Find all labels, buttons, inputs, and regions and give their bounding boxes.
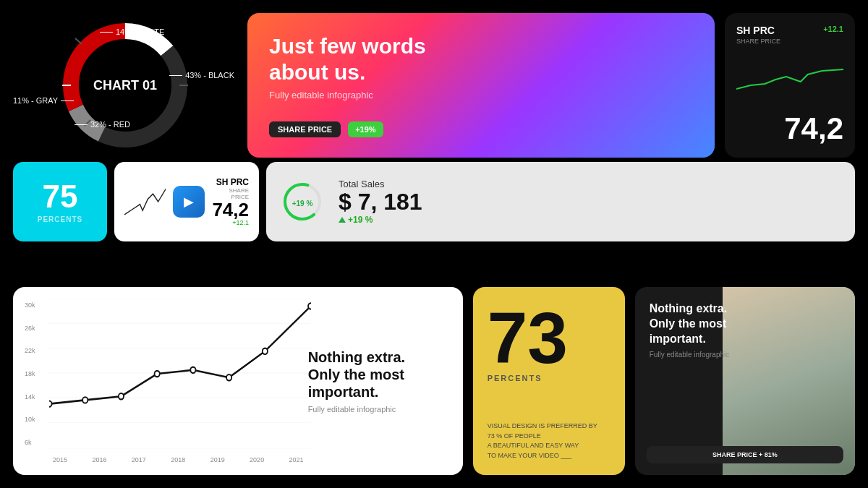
label-gray: 11% - GRAY (13, 96, 74, 105)
svg-point-22 (190, 367, 195, 373)
hero-card: Just few wordsabout us. Fully editable i… (247, 13, 715, 158)
hero-badge-change: +19% (348, 121, 383, 137)
ts-value: $ 7, 181 +19 % (339, 189, 422, 224)
svg-point-19 (82, 397, 88, 403)
hero-subtitle: Fully editable infographic (269, 90, 693, 100)
sp-title-group: SH PRC SHARE PRICE (736, 25, 780, 45)
ts-info: Total Sales $ 7, 181 +19 % (339, 179, 422, 224)
total-sales-card: +19 % Total Sales $ 7, 181 +19 % (266, 162, 855, 241)
donut-labels: 14% - WHITE 43% - BLACK 11% - GRAY 32% -… (13, 13, 237, 158)
sh-prc-value: 74,2 (212, 200, 249, 219)
svg-point-25 (308, 303, 311, 309)
percent-label: PERCENTS (38, 215, 82, 223)
label-black: 43% - BLACK (169, 71, 234, 80)
sh-prc-line (124, 176, 166, 227)
donut-chart-card: CHART 01 14% - WHITE (13, 13, 237, 158)
sp-change: +12.1 (823, 25, 843, 33)
svg-point-21 (155, 371, 160, 377)
percent-number: 75 (43, 181, 78, 213)
svg-point-18 (49, 401, 52, 406)
ts-change: +19 % (339, 215, 422, 225)
dashboard: CHART 01 14% - WHITE (0, 0, 868, 488)
fcp-logo: ▶ (173, 186, 205, 218)
sp-value: 74,2 (736, 111, 843, 146)
svg-point-23 (226, 374, 231, 380)
sp-line-chart (736, 64, 843, 93)
top-row: CHART 01 14% - WHITE (13, 13, 855, 158)
main-line-chart (49, 299, 311, 449)
percent-big-card: 73 PERCENTS VISUAL DESIGN IS PREFERRED B… (473, 287, 625, 475)
lc-text-sub: Fully editable infographic (308, 405, 446, 414)
sp-label: SHARE PRICE (736, 38, 780, 45)
hero-badge-shareprice: SHARE PRICE (269, 121, 341, 137)
hero-title: Just few wordsabout us. (269, 33, 693, 85)
lc-text-box: Nothing extra.Only the mostimportant. Fu… (308, 348, 446, 414)
share-price-card: SH PRC SHARE PRICE +12.1 74,2 (725, 13, 855, 158)
dark-info-card: Nothing extra.Only the mostimportant. Fu… (635, 287, 855, 475)
label-red: 32% - RED (75, 120, 130, 129)
percent-card: 75 PERCENTS (13, 162, 107, 241)
lc-y-labels: 30k 26k 22k 18k 14k 10k 6k (25, 301, 35, 446)
bottom-row: 30k 26k 22k 18k 14k 10k 6k (13, 287, 855, 475)
hero-text: Just few wordsabout us. Fully editable i… (269, 33, 693, 100)
middle-row: 75 PERCENTS ▶ SH PRC SHARE PRICE 74,2 +1… (13, 162, 855, 241)
svg-point-24 (263, 348, 268, 354)
sh-prc-info: SH PRC SHARE PRICE 74,2 +12.1 (212, 177, 249, 226)
pb-top: 73 PERCENTS (488, 301, 610, 382)
sh-prc-ticker-label: SH PRC (212, 177, 249, 187)
sp-header: SH PRC SHARE PRICE +12.1 (736, 25, 843, 45)
sp-ticker: SH PRC (736, 25, 780, 36)
pb-desc: VISUAL DESIGN IS PREFERRED BY73 % OF PEO… (488, 421, 610, 461)
sh-prc-white-card: ▶ SH PRC SHARE PRICE 74,2 +12.1 (114, 162, 259, 241)
ring-icon: +19 % (281, 180, 324, 223)
hero-footer: SHARE PRICE +19% (269, 121, 693, 137)
pb-number: 73 (488, 301, 610, 374)
di-title: Nothing extra.Only the mostimportant. (650, 301, 754, 346)
svg-point-20 (119, 393, 124, 399)
svg-text:+19 %: +19 % (292, 200, 313, 207)
di-content: Nothing extra.Only the mostimportant. Fu… (650, 301, 754, 359)
di-subtitle: Fully editable infographic (650, 351, 754, 359)
line-chart-card: 30k 26k 22k 18k 14k 10k 6k (13, 287, 463, 475)
label-white: 14% - WHITE (100, 27, 164, 36)
di-button[interactable]: SHARE PRICE + 81% (647, 446, 843, 463)
lc-text-title: Nothing extra.Only the mostimportant. (308, 348, 446, 401)
lc-x-labels: 2015 2016 2017 2018 2019 2020 2021 (53, 456, 304, 463)
ts-label: Total Sales (339, 179, 422, 189)
